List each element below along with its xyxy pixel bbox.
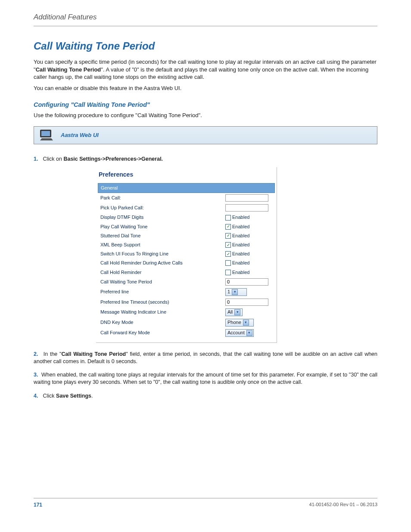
pref-label: Switch UI Focus To Ringing Line [100,251,225,257]
pref-row: Call Forward Key ModeAccount▾ [98,328,275,338]
step-3: When enabled, the call waiting tone play… [34,371,377,386]
intro-paragraph-2: You can enable or disable this feature i… [34,84,377,92]
pref-control [225,278,275,286]
pref-label: Play Call Waiting Tone [100,224,225,230]
select-value: Phone [227,319,241,326]
pref-label: Call Hold Reminder [100,269,225,276]
pref-row: Display DTMF DigitsEnabled [98,213,275,222]
pref-label: XML Beep Support [100,242,225,248]
select-value: All [227,309,233,315]
checkbox-caption: Enabled [232,233,249,239]
text-input[interactable] [225,278,268,286]
checkbox[interactable]: ✓ [225,224,231,230]
page-title: Call Waiting Tone Period [34,40,377,52]
text: Click on [43,156,63,162]
pref-label: Stuttered Dial Tone [100,233,225,239]
pref-row: Pick Up Parked Call: [98,203,275,213]
callout-label: Aastra Web UI [61,132,99,138]
procedure-steps: Click on Basic Settings->Preferences->Ge… [34,156,377,400]
pref-control: ✓Enabled [225,233,275,239]
param-name: Call Waiting Tone Period [36,66,101,73]
section-general: General [98,183,275,193]
pref-label: Pick Up Parked Call: [100,205,225,211]
pref-label: Preferred line Timeout (seconds) [100,299,225,305]
pref-row: Preferred line1▾ [98,287,275,297]
svg-rect-1 [41,131,50,136]
page-footer: 171 41-001452-00 Rev 01 – 06.2013 [34,498,377,508]
text-input[interactable] [225,204,268,212]
pref-row: Call Hold ReminderEnabled [98,268,275,277]
pref-control: ✓Enabled [225,224,275,230]
chevron-down-icon: ▾ [232,289,238,295]
chevron-down-icon: ▾ [243,320,249,326]
checkbox-caption: Enabled [232,260,249,266]
pref-control: ✓Enabled [225,251,275,257]
select-dropdown[interactable]: 1▾ [225,288,247,296]
page-number: 171 [34,502,42,508]
checkbox-caption: Enabled [232,251,249,257]
doc-id: 41-001452-00 Rev 01 – 06.2013 [309,502,377,508]
pref-control: Account▾ [225,329,275,337]
panel-heading: Preferences [98,171,275,183]
checkbox[interactable]: ✓ [225,233,231,239]
text: In the " [44,351,62,357]
step-4: Click Save Settings. [34,392,377,400]
pref-label: DND Key Mode [100,319,225,326]
pref-label: Message Waiting Indicator Line [100,309,225,315]
pref-control: ✓Enabled [225,242,275,248]
checkbox-caption: Enabled [232,214,249,221]
text: Click [43,393,56,399]
pref-row: XML Beep Support✓Enabled [98,240,275,249]
subsection-intro: Use the following procedure to configure… [34,112,377,119]
checkbox-caption: Enabled [232,269,249,276]
chevron-down-icon: ▾ [234,309,240,315]
preferences-panel: Preferences General Park Call:Pick Up Pa… [96,167,277,343]
pref-row: Call Hold Reminder During Active CallsEn… [98,258,275,268]
pref-label: Park Call: [100,195,225,201]
webui-callout: Aastra Web UI [34,126,377,144]
chevron-down-icon: ▾ [246,330,252,336]
checkbox-caption: Enabled [232,242,249,248]
pref-label: Call Waiting Tone Period [100,279,225,285]
pref-control: Enabled [225,260,275,266]
intro-paragraph-1: You can specify a specific time period (… [34,58,377,81]
checkbox[interactable] [225,260,231,266]
pref-row: Call Waiting Tone Period [98,277,275,287]
pref-row: Message Waiting Indicator LineAll▾ [98,307,275,317]
select-dropdown[interactable]: Phone▾ [225,319,254,327]
checkbox[interactable] [225,215,231,221]
text: . [91,393,93,399]
select-value: 1 [227,289,230,295]
pref-row: Park Call: [98,193,275,203]
field-name: Call Waiting Tone Period [62,351,126,357]
text-input[interactable] [225,299,268,306]
checkbox[interactable]: ✓ [225,251,231,257]
pref-control: Phone▾ [225,319,275,327]
pref-label: Call Hold Reminder During Active Calls [100,260,225,266]
pref-control: Enabled [225,269,275,276]
pref-label: Display DTMF Digits [100,214,225,221]
select-dropdown[interactable]: All▾ [225,308,243,316]
pref-row: Stuttered Dial Tone✓Enabled [98,231,275,240]
checkbox[interactable]: ✓ [225,242,231,248]
subsection-title: Configuring "Call Waiting Tone Period" [34,101,377,108]
pref-label: Preferred line [100,289,225,295]
select-dropdown[interactable]: Account▾ [225,329,254,337]
header-rule [34,26,377,26]
pref-control [225,194,275,202]
checkbox[interactable] [225,270,231,275]
pref-control: All▾ [225,308,275,316]
text-input[interactable] [225,194,268,202]
pref-control: Enabled [225,214,275,221]
save-settings-label: Save Settings [56,393,91,399]
monitor-icon [38,129,55,142]
pref-row: DND Key ModePhone▾ [98,317,275,328]
step-2: In the "Call Waiting Tone Period" field,… [34,351,377,366]
pref-label: Call Forward Key Mode [100,330,225,336]
pref-control [225,299,275,306]
select-value: Account [227,330,245,336]
pref-control [225,204,275,212]
pref-row: Switch UI Focus To Ringing Line✓Enabled [98,249,275,258]
pref-control: 1▾ [225,288,275,296]
checkbox-caption: Enabled [232,224,249,230]
